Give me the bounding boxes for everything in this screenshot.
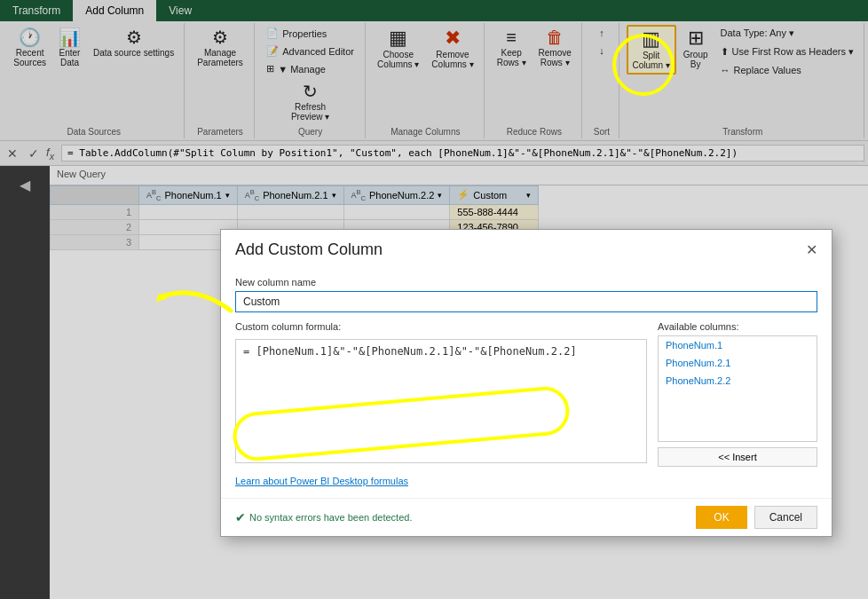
- available-col-1[interactable]: PhoneNum.2.1: [659, 354, 817, 372]
- available-columns-list: PhoneNum.1 PhoneNum.2.1 PhoneNum.2.2: [658, 335, 817, 442]
- available-col-2[interactable]: PhoneNum.2.2: [659, 372, 817, 390]
- dialog-close-button[interactable]: ✕: [806, 243, 817, 257]
- status-message: ✔ No syntax errors have been detected.: [235, 510, 412, 524]
- cancel-button[interactable]: Cancel: [754, 506, 817, 529]
- new-column-name-label: New column name: [235, 277, 817, 288]
- available-col-0[interactable]: PhoneNum.1: [659, 336, 817, 354]
- add-custom-column-dialog: Add Custom Column ✕ New column name Cust…: [220, 229, 832, 537]
- new-column-name-input[interactable]: [235, 291, 817, 312]
- available-columns-label: Available columns:: [658, 321, 817, 332]
- ok-button[interactable]: OK: [696, 506, 746, 529]
- status-text: No syntax errors have been detected.: [249, 512, 412, 523]
- learn-link[interactable]: Learn about Power BI Desktop formulas: [235, 476, 408, 486]
- insert-button[interactable]: << Insert: [658, 447, 817, 467]
- checkmark-icon: ✔: [235, 510, 246, 524]
- dialog-title: Add Custom Column: [235, 240, 383, 259]
- formula-textarea[interactable]: = [PhoneNum.1]&"-"&[PhoneNum.2.1]&"-"&[P…: [235, 339, 647, 463]
- formula-label: Custom column formula:: [235, 321, 647, 332]
